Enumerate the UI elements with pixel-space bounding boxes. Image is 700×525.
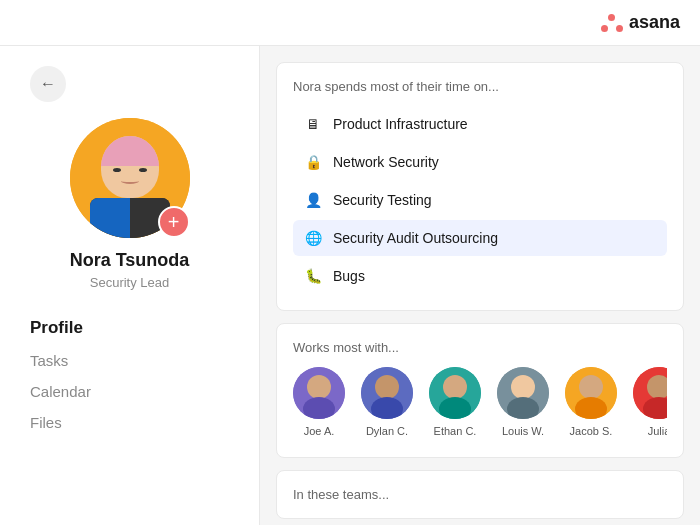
project-label-3: Security Testing xyxy=(333,192,432,208)
project-item-2[interactable]: 🔒 Network Security xyxy=(293,144,667,180)
name-dylan: Dylan C. xyxy=(366,425,408,437)
profile-name: Nora Tsunoda xyxy=(30,250,229,271)
time-section-title: Nora spends most of their time on... xyxy=(293,79,667,94)
nav-section: Profile Tasks Calendar Files xyxy=(30,314,229,435)
nav-item-files[interactable]: Files xyxy=(30,410,229,435)
profile-panel: ← xyxy=(0,46,260,525)
svg-point-4 xyxy=(375,375,399,399)
profile-role: Security Lead xyxy=(30,275,229,290)
asana-logo: asana xyxy=(601,12,680,33)
avatar-container: + xyxy=(70,118,190,238)
name-louis: Louis W. xyxy=(502,425,544,437)
name-joe: Joe A. xyxy=(304,425,335,437)
teams-title: In these teams... xyxy=(293,487,667,502)
collaborator-ethan[interactable]: Ethan C. xyxy=(429,367,481,437)
avatar-dylan xyxy=(361,367,413,419)
project-icon-4: 🌐 xyxy=(303,228,323,248)
avatar-julia xyxy=(633,367,667,419)
collaborator-dylan[interactable]: Dylan C. xyxy=(361,367,413,437)
name-julia: Julia xyxy=(648,425,667,437)
project-label-2: Network Security xyxy=(333,154,439,170)
project-item-1[interactable]: 🖥 Product Infrastructure xyxy=(293,106,667,142)
works-with-card: Works most with... Joe A. xyxy=(276,323,684,458)
collaborator-louis[interactable]: Louis W. xyxy=(497,367,549,437)
collaborators-list: Joe A. Dylan C. xyxy=(293,367,667,441)
project-list: 🖥 Product Infrastructure 🔒 Network Secur… xyxy=(293,106,667,294)
teams-section: In these teams... xyxy=(276,470,684,519)
project-icon-3: 👤 xyxy=(303,190,323,210)
time-section-card: Nora spends most of their time on... 🖥 P… xyxy=(276,62,684,311)
svg-point-10 xyxy=(511,375,535,399)
add-button[interactable]: + xyxy=(158,206,190,238)
avatar-joe xyxy=(293,367,345,419)
collaborator-julia[interactable]: Julia xyxy=(633,367,667,437)
back-button[interactable]: ← xyxy=(30,66,66,102)
right-panel: Nora spends most of their time on... 🖥 P… xyxy=(260,46,700,525)
project-item-3[interactable]: 👤 Security Testing xyxy=(293,182,667,218)
svg-point-7 xyxy=(443,375,467,399)
project-icon-5: 🐛 xyxy=(303,266,323,286)
collaborator-joe[interactable]: Joe A. xyxy=(293,367,345,437)
project-label-4: Security Audit Outsourcing xyxy=(333,230,498,246)
nav-item-profile[interactable]: Profile xyxy=(30,314,229,342)
project-icon-1: 🖥 xyxy=(303,114,323,134)
project-item-4[interactable]: 🌐 Security Audit Outsourcing xyxy=(293,220,667,256)
asana-icon xyxy=(601,14,623,32)
project-icon-2: 🔒 xyxy=(303,152,323,172)
avatar-louis xyxy=(497,367,549,419)
nav-item-calendar[interactable]: Calendar xyxy=(30,379,229,404)
project-label-5: Bugs xyxy=(333,268,365,284)
project-label-1: Product Infrastructure xyxy=(333,116,468,132)
back-icon: ← xyxy=(40,75,56,93)
name-ethan: Ethan C. xyxy=(434,425,477,437)
project-item-5[interactable]: 🐛 Bugs xyxy=(293,258,667,294)
name-jacob: Jacob S. xyxy=(570,425,613,437)
collaborator-jacob[interactable]: Jacob S. xyxy=(565,367,617,437)
nav-item-tasks[interactable]: Tasks xyxy=(30,348,229,373)
avatar-jacob xyxy=(565,367,617,419)
logo-text: asana xyxy=(629,12,680,33)
works-with-title: Works most with... xyxy=(293,340,667,355)
svg-point-13 xyxy=(579,375,603,399)
avatar-ethan xyxy=(429,367,481,419)
plus-icon: + xyxy=(168,212,180,232)
svg-point-1 xyxy=(307,375,331,399)
header: asana xyxy=(0,0,700,46)
app-container: asana ← xyxy=(0,0,700,525)
main-content: ← xyxy=(0,46,700,525)
